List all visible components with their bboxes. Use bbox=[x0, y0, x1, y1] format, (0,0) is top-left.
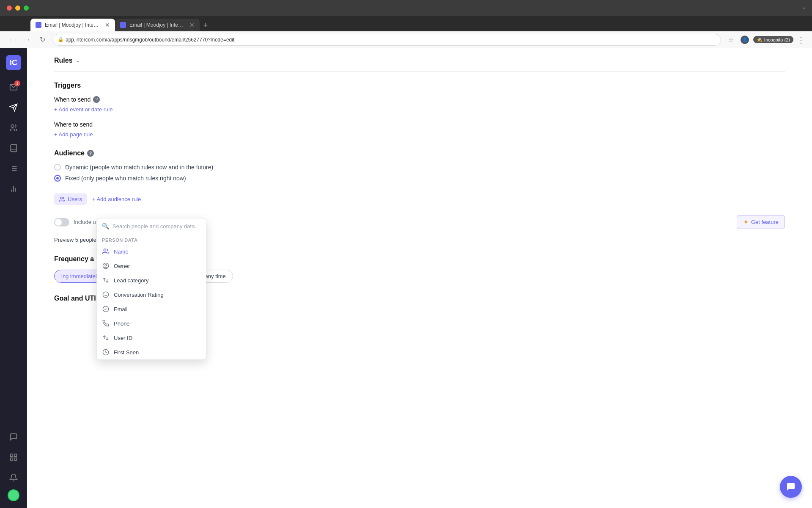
get-feature-btn[interactable]: ✦ Get feature bbox=[737, 215, 785, 229]
dropdown-item-conversation-rating[interactable]: Conversation Rating bbox=[97, 287, 206, 302]
sidebar-icon-chat[interactable] bbox=[5, 428, 22, 445]
where-to-send-label: Where to send bbox=[54, 121, 785, 128]
sidebar-icon-people[interactable] bbox=[5, 119, 22, 136]
address-bar: ← → ↻ 🔒 app.intercom.com/a/apps/nnsgmgob… bbox=[0, 31, 812, 48]
incognito-badge: 🕵 Incognito (2) bbox=[753, 36, 793, 43]
triggers-section: Triggers When to send ? + Add event or d… bbox=[54, 82, 785, 138]
dropdown-item-email[interactable]: Email bbox=[97, 302, 206, 316]
add-audience-rule-btn[interactable]: + Add audience rule bbox=[92, 196, 141, 202]
svg-point-1 bbox=[11, 125, 14, 128]
radio-dynamic[interactable]: Dynamic (people who match rules now and … bbox=[54, 164, 785, 171]
mail-badge: 1 bbox=[14, 80, 20, 86]
tab-1-close[interactable]: ✕ bbox=[105, 22, 110, 28]
rules-section-header: Rules ⌄ bbox=[54, 48, 785, 72]
close-window-btn[interactable] bbox=[7, 6, 12, 11]
dropdown-item-name-label: Name bbox=[114, 248, 129, 255]
titlebar: ≡ bbox=[0, 0, 812, 16]
sidebar-bottom bbox=[5, 428, 22, 501]
sidebar-icon-mail[interactable]: 1 bbox=[5, 79, 22, 96]
radio-fixed-label: Fixed (only people who match rules right… bbox=[65, 175, 186, 182]
users-btn-label: Users bbox=[68, 196, 82, 202]
dropdown-search-input[interactable] bbox=[112, 223, 201, 229]
user-avatar[interactable] bbox=[8, 489, 19, 501]
add-page-rule-btn[interactable]: + Add page rule bbox=[54, 131, 785, 138]
maximize-window-btn[interactable] bbox=[24, 6, 29, 11]
lead-category-icon bbox=[102, 276, 110, 284]
tab-1-label: Email | Moodjoy | Intercom bbox=[45, 22, 100, 28]
dropdown-item-phone-label: Phone bbox=[114, 320, 130, 327]
audience-radio-group: Dynamic (people who match rules now and … bbox=[54, 164, 785, 182]
dropdown-item-name[interactable]: Name bbox=[97, 244, 206, 259]
svg-point-16 bbox=[104, 249, 106, 251]
conversation-rating-icon bbox=[102, 291, 110, 298]
tab-2-label: Email | Moodjoy | Intercom bbox=[129, 22, 184, 28]
tab-2[interactable]: Email | Moodjoy | Intercom ✕ bbox=[115, 19, 200, 31]
dropdown-item-owner[interactable]: Owner bbox=[97, 259, 206, 273]
svg-point-19 bbox=[103, 292, 108, 297]
name-icon bbox=[102, 248, 110, 255]
triggers-title: Triggers bbox=[54, 82, 785, 89]
dropdown-section-label: Person Data bbox=[97, 234, 206, 244]
audience-help-icon[interactable]: ? bbox=[87, 150, 94, 157]
dropdown-item-first-seen-label: First Seen bbox=[114, 349, 139, 356]
first-seen-icon bbox=[102, 348, 110, 356]
sidebar-icon-book[interactable] bbox=[5, 140, 22, 157]
preview-text: Preview 5 people bbox=[54, 237, 96, 243]
chat-widget-btn[interactable] bbox=[780, 476, 802, 498]
user-id-icon bbox=[102, 334, 110, 342]
browser-frame: ≡ Email | Moodjoy | Intercom ✕ Email | M… bbox=[0, 0, 812, 48]
forward-btn[interactable]: → bbox=[22, 35, 32, 45]
svg-point-18 bbox=[105, 265, 107, 266]
refresh-btn[interactable]: ↻ bbox=[37, 35, 47, 45]
dropdown-item-user-id[interactable]: User ID bbox=[97, 331, 206, 345]
dropdown-item-first-seen[interactable]: First Seen bbox=[97, 345, 206, 359]
sidebar-icon-bell[interactable] bbox=[5, 469, 22, 486]
tab-2-close[interactable]: ✕ bbox=[189, 22, 195, 28]
dropdown-item-email-label: Email bbox=[114, 306, 128, 312]
sidebar-icon-chart[interactable] bbox=[5, 180, 22, 197]
back-btn[interactable]: ← bbox=[7, 35, 17, 45]
sidebar-logo: IC bbox=[6, 55, 21, 70]
audience-title: Audience bbox=[54, 149, 85, 157]
dropdown-item-owner-label: Owner bbox=[114, 263, 130, 269]
radio-fixed-dot bbox=[54, 175, 61, 182]
dropdown-search-icon: 🔍 bbox=[102, 223, 109, 229]
sidebar-icon-list[interactable] bbox=[5, 160, 22, 177]
tab-1-favicon bbox=[36, 22, 41, 28]
owner-icon bbox=[102, 262, 110, 270]
url-bar[interactable]: 🔒 app.intercom.com/a/apps/nnsgmgob/outbo… bbox=[52, 34, 721, 46]
sidebar: IC 1 bbox=[0, 48, 27, 508]
when-to-send-help-icon[interactable]: ? bbox=[93, 96, 100, 103]
radio-dynamic-dot bbox=[54, 164, 61, 171]
phone-icon bbox=[102, 320, 110, 327]
radio-fixed[interactable]: Fixed (only people who match rules right… bbox=[54, 175, 785, 182]
sidebar-icon-grid[interactable] bbox=[5, 449, 22, 466]
radio-dynamic-label: Dynamic (people who match rules now and … bbox=[65, 164, 213, 171]
bookmark-icon[interactable]: ☆ bbox=[726, 35, 736, 45]
add-event-rule-btn[interactable]: + Add event or date rule bbox=[54, 106, 785, 113]
audience-bar: Users + Add audience rule bbox=[54, 190, 785, 208]
when-to-send-label: When to send ? bbox=[54, 96, 785, 103]
include-toggle[interactable] bbox=[54, 218, 69, 226]
svg-rect-14 bbox=[14, 458, 17, 461]
users-btn[interactable]: Users bbox=[54, 193, 87, 205]
dropdown-item-lead-category[interactable]: Lead category bbox=[97, 273, 206, 287]
tabs-bar: Email | Moodjoy | Intercom ✕ Email | Moo… bbox=[0, 16, 812, 31]
browser-menu-btn[interactable]: ⋮ bbox=[797, 35, 805, 45]
rules-chevron-icon[interactable]: ⌄ bbox=[76, 58, 80, 64]
new-tab-btn[interactable]: + bbox=[200, 19, 211, 31]
tab-2-favicon bbox=[120, 22, 126, 28]
dropdown-item-lead-category-label: Lead category bbox=[114, 277, 148, 284]
dropdown-item-conversation-rating-label: Conversation Rating bbox=[114, 292, 164, 298]
sidebar-icon-send[interactable] bbox=[5, 99, 22, 116]
dropdown-item-phone[interactable]: Phone bbox=[97, 316, 206, 331]
address-actions: ☆ 👤 🕵 Incognito (2) ⋮ bbox=[726, 35, 805, 45]
minimize-window-btn[interactable] bbox=[15, 6, 20, 11]
toggle-knob bbox=[55, 219, 62, 226]
rules-title: Rules bbox=[54, 57, 73, 64]
attribute-dropdown: 🔍 Person Data Name Owner Lead category C… bbox=[96, 218, 206, 360]
tab-1[interactable]: Email | Moodjoy | Intercom ✕ bbox=[30, 19, 115, 31]
profile-icon[interactable]: 👤 bbox=[740, 35, 750, 45]
svg-rect-13 bbox=[11, 458, 13, 461]
window-options-btn[interactable]: ≡ bbox=[802, 5, 805, 11]
